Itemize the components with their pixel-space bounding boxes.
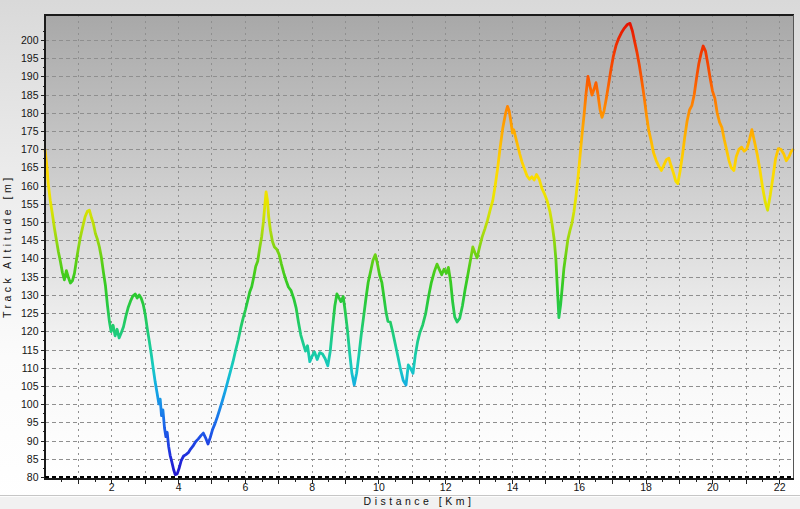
- y-tick-label: 155: [21, 198, 39, 210]
- x-tick-label: 12: [440, 481, 452, 493]
- y-tick-label: 150: [21, 216, 39, 228]
- x-tick-label: 2: [109, 481, 115, 493]
- y-tick-label: 110: [22, 362, 39, 374]
- x-tick-label: 10: [373, 481, 385, 493]
- y-tick-label: 195: [21, 52, 39, 64]
- y-tick-label: 185: [21, 89, 39, 101]
- elevation-profile-plot: 8085909510010511011512012513013514014515…: [0, 0, 800, 509]
- y-axis-ticks: [41, 31, 45, 477]
- y-tick-label: 100: [21, 398, 39, 410]
- y-tick-label: 85: [27, 453, 39, 465]
- y-tick-label: 145: [21, 234, 39, 246]
- x-tick-label: 4: [176, 481, 182, 493]
- y-tick-label: 180: [21, 107, 39, 119]
- y-tick-label: 80: [27, 471, 39, 483]
- y-tick-label: 160: [21, 180, 39, 192]
- y-tick-label: 135: [21, 271, 39, 283]
- x-tick-label: 20: [707, 481, 719, 493]
- y-tick-label: 170: [21, 143, 39, 155]
- y-tick-label: 130: [21, 289, 39, 301]
- y-tick-label: 95: [27, 416, 39, 428]
- y-tick-label: 90: [27, 435, 39, 447]
- plot-area: [45, 15, 793, 478]
- y-tick-label: 140: [21, 252, 39, 264]
- x-tick-label: 22: [774, 481, 786, 493]
- y-tick-label: 200: [21, 34, 39, 46]
- x-tick-label: 6: [242, 481, 248, 493]
- y-axis-title: Track Altitude [m]: [1, 174, 13, 318]
- y-tick-label: 190: [21, 70, 39, 82]
- x-tick-label: 16: [573, 481, 585, 493]
- x-axis-title: Distance [Km]: [364, 495, 475, 507]
- y-tick-label: 165: [21, 161, 39, 173]
- x-axis-ticks: [62, 480, 780, 484]
- y-tick-label: 120: [21, 325, 39, 337]
- y-tick-label: 175: [21, 125, 39, 137]
- y-tick-label: 125: [21, 307, 39, 319]
- track-altitude-chart: 8085909510010511011512012513013514014515…: [0, 0, 800, 509]
- x-tick-label: 14: [507, 481, 519, 493]
- x-tick-label: 18: [640, 481, 652, 493]
- y-tick-label: 105: [21, 380, 39, 392]
- y-tick-label: 115: [22, 344, 39, 356]
- x-tick-label: 8: [309, 481, 315, 493]
